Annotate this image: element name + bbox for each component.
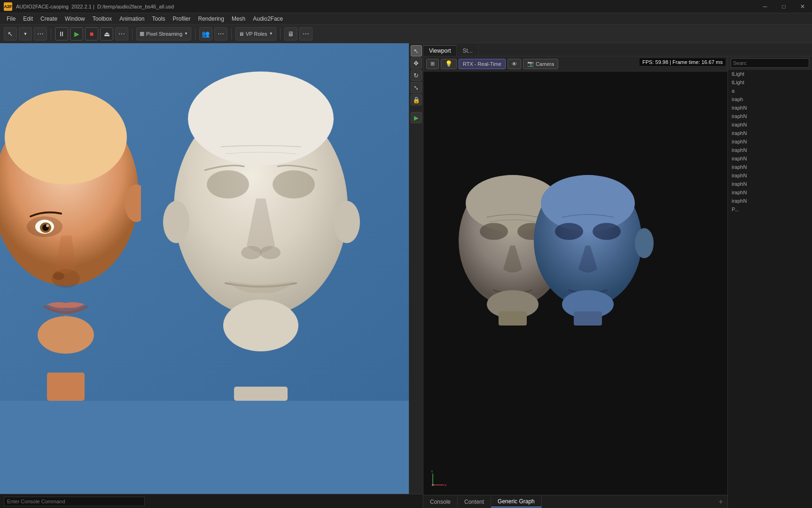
viewport-left-toolbar: ↖ ✥ ↻ ⤡ 🔒 ▶ — [409, 43, 423, 494]
outliner-item-4[interactable]: iraphN — [728, 103, 812, 112]
svg-rect-37 — [574, 311, 602, 325]
outliner-item-15[interactable]: iraphN — [728, 197, 812, 205]
pause-button[interactable]: ⏸ — [55, 27, 68, 40]
svg-point-9 — [46, 224, 49, 227]
outliner-item-12[interactable]: iraphN — [728, 171, 812, 180]
outliner-item-6[interactable]: iraphN — [728, 120, 812, 129]
outliner-item-0[interactable]: tLight — [728, 70, 812, 78]
main-toolbar: ↖ ▼ ⋯ ⏸ ▶ ■ ⏏ ⋯ ▦ Pixel Streaming ▼ 👥 ⋯ … — [0, 24, 812, 43]
outliner-item-8[interactable]: iraphN — [728, 137, 812, 146]
console-input[interactable] — [4, 497, 145, 506]
toolbar-more-2[interactable]: ⋯ — [214, 27, 227, 40]
tool-rotate-btn[interactable]: ↻ — [411, 70, 422, 81]
title-text: AUDIO2FACE-caoping 2022.2.1 | D:/temp/au… — [16, 4, 174, 9]
outliner-list: tLight tLight a iraph iraphN iraphN irap… — [728, 70, 812, 508]
vp-camera-btn[interactable]: 📷 Camera — [523, 59, 558, 69]
svg-point-18 — [273, 170, 315, 198]
console-bar — [0, 494, 423, 508]
toolbar-separator-4 — [231, 28, 232, 40]
window-controls: ─ □ ✕ — [756, 0, 812, 13]
tab-console[interactable]: Console — [423, 497, 458, 507]
vp-grid-btn[interactable]: ⊞ — [426, 59, 439, 69]
outliner-item-14[interactable]: iraphN — [728, 188, 812, 197]
menu-window[interactable]: Window — [61, 13, 89, 24]
menu-tools[interactable]: Tools — [148, 13, 169, 24]
vp-eye-btn[interactable]: 👁 — [508, 59, 521, 69]
toolbar-separator-2 — [132, 28, 133, 40]
monitor-icon: 🖥 — [239, 31, 244, 37]
vp-light-btn[interactable]: 💡 — [441, 59, 457, 69]
viewport-3d-content[interactable]: Y X — [423, 71, 727, 495]
tool-transform-btn[interactable]: ✥ — [411, 57, 422, 69]
tab-add-button[interactable]: + — [714, 495, 727, 508]
svg-point-26 — [480, 223, 508, 240]
tool-dropdown[interactable]: ▼ — [19, 27, 32, 40]
tool-more[interactable]: ⋯ — [34, 27, 47, 40]
outliner-item-3[interactable]: iraph — [728, 95, 812, 103]
outliner-item-2[interactable]: a — [728, 87, 812, 95]
tool-select-btn[interactable]: ↖ — [411, 45, 422, 56]
title-bar: A2F AUDIO2FACE-caoping 2022.2.1 | D:/tem… — [0, 0, 812, 13]
outliner-item-7[interactable]: iraphN — [728, 129, 812, 137]
minimize-button[interactable]: ─ — [756, 0, 774, 13]
main-3d-viewport[interactable]: ↖ ✥ ↻ ⤡ 🔒 ▶ — [0, 43, 423, 494]
close-button[interactable]: ✕ — [793, 0, 812, 13]
pixel-streaming-button[interactable]: ▦ Pixel Streaming ▼ — [136, 27, 191, 40]
svg-point-20 — [260, 246, 281, 259]
people-icon-btn[interactable]: 👥 — [199, 27, 212, 40]
eject-button[interactable]: ⏏ — [100, 27, 113, 40]
menu-profiler[interactable]: Profiler — [169, 13, 195, 24]
main-layout: ↖ ✥ ↻ ⤡ 🔒 ▶ Viewport St... — [0, 43, 812, 508]
menu-animation[interactable]: Animation — [116, 13, 148, 24]
svg-point-32 — [541, 175, 635, 231]
eye-icon: 👁 — [512, 61, 517, 67]
menu-bar: File Edit Create Window Toolbox Animatio… — [0, 13, 812, 24]
tool-select[interactable]: ↖ — [4, 27, 17, 40]
toolbar-separator-3 — [195, 28, 195, 40]
svg-point-15 — [334, 201, 360, 243]
menu-audio2face[interactable]: Audio2Face — [249, 13, 287, 24]
maximize-button[interactable]: □ — [774, 0, 793, 13]
light-icon: 💡 — [445, 60, 453, 67]
tool-play-scene[interactable]: ▶ — [411, 112, 422, 123]
menu-edit[interactable]: Edit — [19, 13, 37, 24]
outliner-item-1[interactable]: tLight — [728, 78, 812, 87]
stop-button[interactable]: ■ — [85, 27, 98, 40]
tab-content[interactable]: Content — [458, 497, 491, 507]
tab-viewport[interactable]: Viewport — [423, 45, 457, 56]
outliner-item-5[interactable]: iraphN — [728, 112, 812, 120]
play-button[interactable]: ▶ — [70, 27, 83, 40]
svg-point-35 — [635, 228, 654, 258]
vp-roles-button[interactable]: 🖥 VP Roles ▼ — [235, 27, 276, 40]
monitor-btn[interactable]: 🖥 — [284, 27, 297, 40]
svg-point-34 — [593, 223, 621, 240]
svg-text:X: X — [445, 484, 447, 487]
menu-file[interactable]: File — [3, 13, 19, 24]
pixel-streaming-label: Pixel Streaming — [146, 31, 182, 37]
tool-scale-btn[interactable]: ⤡ — [411, 82, 422, 93]
male-face-render — [127, 43, 395, 401]
outliner-item-11[interactable]: iraphN — [728, 163, 812, 171]
menu-create[interactable]: Create — [37, 13, 61, 24]
camera-label: Camera — [536, 61, 554, 67]
pixel-streaming-icon: ▦ — [140, 31, 144, 37]
outliner-item-9[interactable]: iraphN — [728, 146, 812, 154]
tab-st[interactable]: St... — [457, 46, 478, 56]
outliner-item-10[interactable]: iraphN — [728, 154, 812, 163]
svg-point-10 — [53, 272, 64, 280]
toolbar-more-1[interactable]: ⋯ — [115, 27, 128, 40]
camera-icon: 📷 — [527, 61, 534, 67]
menu-toolbox[interactable]: Toolbox — [89, 13, 116, 24]
toolbar-separator-5 — [280, 28, 281, 40]
outliner-item-13[interactable]: iraphN — [728, 180, 812, 188]
vp-roles-label: VP Roles — [246, 31, 267, 37]
menu-rendering[interactable]: Rendering — [195, 13, 228, 24]
outliner-item-16[interactable]: P... — [728, 205, 812, 214]
tab-generic-graph[interactable]: Generic Graph — [491, 496, 542, 508]
vp-rtx-btn[interactable]: RTX - Real-Time — [459, 59, 506, 69]
outliner-search-input[interactable] — [731, 58, 809, 68]
tool-snap-btn[interactable]: 🔒 — [411, 94, 422, 105]
app-icon: A2F — [4, 2, 12, 11]
menu-mesh[interactable]: Mesh — [228, 13, 249, 24]
toolbar-more-3[interactable]: ⋯ — [299, 27, 312, 40]
